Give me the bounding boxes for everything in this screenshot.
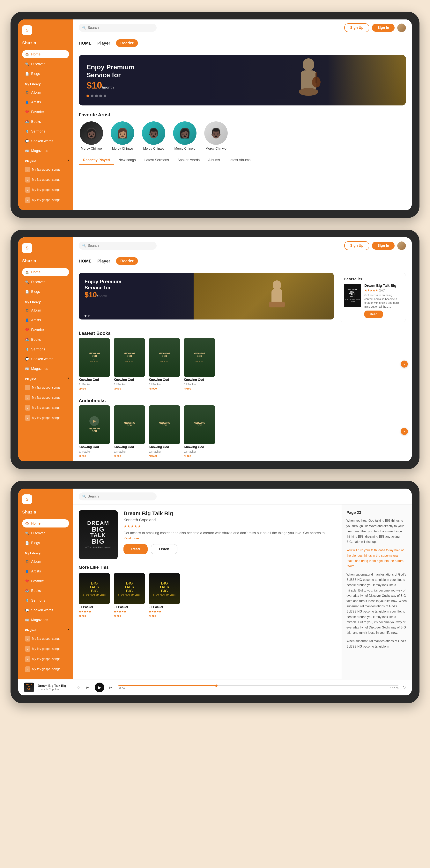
player-next-button[interactable]: ⏭ bbox=[108, 684, 115, 691]
sidebar-3-item-discover[interactable]: 🔍 Discover bbox=[22, 529, 69, 537]
tab-home-2[interactable]: HOME bbox=[79, 257, 91, 265]
books-next-arrow[interactable]: › bbox=[401, 361, 408, 368]
sidebar-2-item-home[interactable]: 🏠 Home bbox=[22, 268, 69, 276]
player-heart-button[interactable]: ♡ bbox=[77, 685, 81, 690]
sidebar-3-album[interactable]: 🎵 Album bbox=[22, 557, 69, 566]
playlist-label-2: My fav gospel songs bbox=[32, 178, 60, 182]
player-prev-button[interactable]: ⏮ bbox=[85, 684, 91, 691]
tab-home[interactable]: HOME bbox=[79, 39, 91, 47]
more-like-item-3[interactable]: BigTALKBig & Turn Your Faith Loose! J.I … bbox=[149, 573, 180, 617]
sidebar-item-blogs[interactable]: 📄 Blogs bbox=[22, 70, 69, 78]
playlist-chevron-icon[interactable]: ▾ bbox=[67, 159, 69, 162]
sidebar-item-books[interactable]: 📚 Books bbox=[22, 118, 69, 126]
search-input[interactable] bbox=[88, 26, 153, 30]
tab-latest-albums[interactable]: Latest Albums bbox=[224, 156, 255, 165]
search-bar-2[interactable]: 🔍 bbox=[79, 242, 156, 250]
sidebar-item-album[interactable]: 🎵 Album bbox=[22, 88, 69, 96]
playlist-item-2[interactable]: ♪ My fav gospel songs bbox=[22, 176, 69, 184]
sidebar-3-books[interactable]: 📚 Books bbox=[22, 587, 69, 595]
artist-card-4[interactable]: 👩🏿 Mercy Chinwo bbox=[172, 121, 198, 151]
user-avatar-2[interactable] bbox=[397, 242, 406, 250]
playlist-chevron-icon-2[interactable]: ▾ bbox=[67, 376, 69, 380]
sidebar-3-artists[interactable]: 👤 Artists bbox=[22, 567, 69, 576]
sidebar-item-artists[interactable]: 👤 Artists bbox=[22, 98, 69, 106]
sidebar-item-discover[interactable]: 🔍 Discover bbox=[22, 60, 69, 68]
tab-reader-pill-2[interactable]: Reader bbox=[116, 257, 138, 265]
playlist-3-item-4[interactable]: ♪ My fav gospel songs bbox=[22, 665, 69, 674]
sidebar-item-favorite[interactable]: ❤️ Favorite bbox=[22, 108, 69, 116]
artist-card-3[interactable]: 👨🏿 Mercy Chinwo bbox=[141, 121, 166, 151]
tab-spoken-words[interactable]: Spoken words bbox=[173, 156, 204, 165]
tab-recently-played[interactable]: Recently Played bbox=[79, 156, 114, 165]
sidebar-3-spoken[interactable]: 💬 Spoken words bbox=[22, 606, 69, 614]
tab-new-songs[interactable]: New songs bbox=[114, 156, 140, 165]
sidebar-2-spoken[interactable]: 💬 Spoken words bbox=[22, 355, 69, 363]
reader-more-link[interactable]: Read more bbox=[123, 537, 139, 540]
sidebar-2-books[interactable]: 📚 Books bbox=[22, 336, 69, 344]
sidebar-2-item-blogs[interactable]: 📄 Blogs bbox=[22, 287, 69, 296]
book-item-3[interactable]: KNOWINGGOD J.I.PACKER Knowing God J.I Pa… bbox=[149, 338, 180, 390]
artist-card-2[interactable]: 👩🏽 Mercy Chinwo bbox=[110, 121, 135, 151]
playlist-item-4[interactable]: ♪ My fav gospel songs bbox=[22, 196, 69, 204]
playlist-chevron-icon-3[interactable]: ▾ bbox=[67, 628, 69, 631]
tab-player[interactable]: Player bbox=[97, 39, 110, 47]
playlist-3-item-1[interactable]: ♪ My fav gospel songs bbox=[22, 634, 69, 643]
tab-reader-pill[interactable]: Reader bbox=[116, 39, 138, 47]
artist-card-1[interactable]: 👩🏿 Mercy Chinwo bbox=[79, 121, 104, 151]
playlist-2-item-1[interactable]: ♪ My fav gospel songs bbox=[22, 383, 69, 392]
signup-button[interactable]: Sign Up bbox=[344, 23, 369, 32]
player-repeat-button[interactable]: ↻ bbox=[402, 685, 406, 690]
audiobook-item-2[interactable]: KNOWINGGOD Knowing God J.I Packer #Free bbox=[114, 405, 145, 458]
sidebar-3-favorite[interactable]: ❤️ Favorite bbox=[22, 577, 69, 585]
signin-button[interactable]: Sign In bbox=[372, 24, 395, 32]
sidebar-2-favorite[interactable]: ❤️ Favorite bbox=[22, 326, 69, 334]
sidebar-2-artists[interactable]: 👤 Artists bbox=[22, 316, 69, 324]
sidebar-3-sermons[interactable]: 🎙️ Sermons bbox=[22, 596, 69, 604]
sidebar-item-home[interactable]: 🏠 Home bbox=[22, 50, 69, 58]
search-input-2[interactable] bbox=[88, 244, 153, 248]
book-item-1[interactable]: KNOWINGGOD J.I.PACKER Knowing God J.I Pa… bbox=[79, 338, 110, 390]
playlist-2-item-2[interactable]: ♪ My fav gospel songs bbox=[22, 394, 69, 402]
player-play-button[interactable]: ▶ bbox=[95, 683, 105, 692]
book-item-2[interactable]: KNOWINGGOD J.I.PACKER Knowing God J.I Pa… bbox=[114, 338, 145, 390]
sidebar-2-album[interactable]: 🎵 Album bbox=[22, 306, 69, 314]
book-item-4[interactable]: KNOWINGGOD J.I.PACKER Knowing God J.I Pa… bbox=[184, 338, 215, 390]
artist-card-5[interactable]: 👨🏿 Mercy Chinwo bbox=[203, 121, 229, 151]
sidebar-2-magazines[interactable]: 📰 Magazines bbox=[22, 365, 69, 373]
audiobook-item-4[interactable]: KNOWINGGOD Knowing God J.I Packer #Free bbox=[184, 405, 215, 458]
reader-listen-button[interactable]: Listen bbox=[151, 544, 177, 554]
sidebar-2-sermons[interactable]: 🎙️ Sermons bbox=[22, 345, 69, 353]
tab-latest-sermons[interactable]: Latest Sermons bbox=[140, 156, 173, 165]
reader-book-header: DREAM Big TALK Big & Turn Your Faith Loo… bbox=[79, 510, 336, 559]
playlist-3-item-2[interactable]: ♪ My fav gospel songs bbox=[22, 645, 69, 653]
audiobook-item-1[interactable]: ▶ KNOWINGGOD Knowing God J.I Packer #Fre… bbox=[79, 405, 110, 458]
playlist-2-item-4[interactable]: ♪ My fav gospel songs bbox=[22, 414, 69, 422]
search-bar-3[interactable]: 🔍 bbox=[79, 493, 156, 500]
search-input-3[interactable] bbox=[88, 494, 153, 498]
sidebar-item-spoken-words[interactable]: 💬 Spoken words bbox=[22, 137, 69, 145]
playlist-item-3[interactable]: ♪ My fav gospel songs bbox=[22, 186, 69, 194]
signup-button-2[interactable]: Sign Up bbox=[344, 241, 369, 250]
playlist-item-1[interactable]: ♪ My fav gospel songs bbox=[22, 165, 69, 174]
audiobook-item-3[interactable]: KNOWINGGOD Knowing God J.I Packer N4500 bbox=[149, 405, 180, 458]
user-avatar[interactable] bbox=[397, 24, 406, 32]
sidebar-item-sermons[interactable]: 🎙️ Sermons bbox=[22, 127, 69, 135]
sidebar-item-magazines[interactable]: 📰 Magazines bbox=[22, 147, 69, 155]
sidebar-2-item-discover[interactable]: 🔍 Discover bbox=[22, 278, 69, 286]
bestseller-read-button[interactable]: Read bbox=[364, 311, 383, 318]
audiobooks-next-arrow[interactable]: › bbox=[401, 428, 408, 435]
sidebar-3-item-blogs[interactable]: 📄 Blogs bbox=[22, 539, 69, 547]
playlist-2-item-3[interactable]: ♪ My fav gospel songs bbox=[22, 404, 69, 412]
tab-albums[interactable]: Albums bbox=[204, 156, 224, 165]
more-like-item-1[interactable]: BigTALKBig & Turn Your Faith Loose! J.I … bbox=[79, 573, 110, 617]
player-progress-area[interactable]: 37:00 1:37:00 bbox=[118, 685, 398, 690]
search-bar-1[interactable]: 🔍 bbox=[79, 24, 156, 32]
more-like-item-2[interactable]: BigTALKBig & Turn Your Faith Loose! J.I … bbox=[114, 573, 145, 617]
sidebar-3-item-home[interactable]: 🏠 Home bbox=[22, 519, 69, 527]
sidebar-3-magazines[interactable]: 📰 Magazines bbox=[22, 616, 69, 624]
reader-read-button[interactable]: Read bbox=[123, 544, 148, 554]
playlist-3-item-3[interactable]: ♪ My fav gospel songs bbox=[22, 655, 69, 663]
player-progress-bar[interactable] bbox=[118, 685, 398, 686]
tab-player-2[interactable]: Player bbox=[97, 257, 110, 265]
signin-button-2[interactable]: Sign In bbox=[372, 242, 395, 250]
